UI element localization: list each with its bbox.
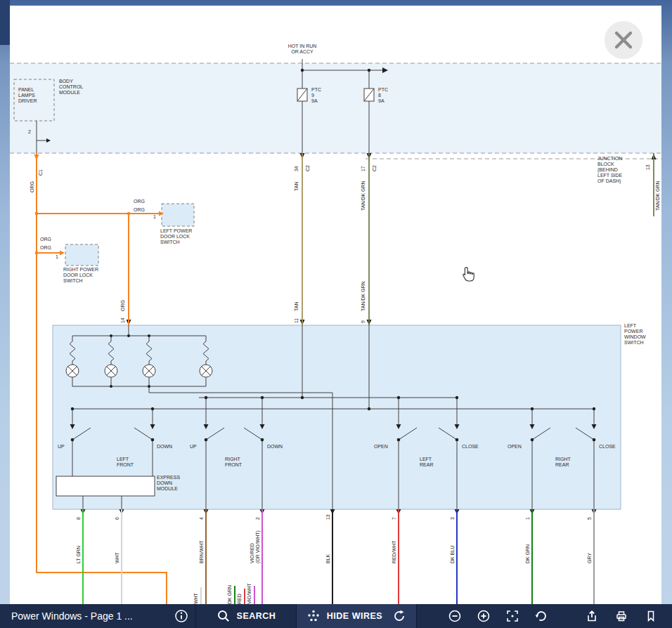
pin-label: 2 — [255, 517, 261, 520]
pin-label-9: 9 — [361, 320, 366, 323]
reset-view-icon — [534, 609, 548, 623]
window-switch-label: LEFT POWER WINDOW SWITCH — [624, 323, 646, 346]
wire-color-label: BLK — [325, 554, 331, 563]
wire-color-label: DK BLU — [450, 546, 455, 563]
wire-color-label: LT GRN — [76, 546, 82, 563]
rr-close-label: CLOSE — [599, 444, 616, 450]
bcm-label: BODY CONTROL MODULE — [59, 79, 83, 96]
org-label: ORG — [40, 237, 51, 242]
wires-icon — [306, 609, 321, 623]
info-button[interactable] — [174, 609, 188, 623]
rf-up-label: UP — [190, 444, 197, 450]
pin-label-34: 34 — [294, 166, 299, 171]
bottom-wires — [83, 509, 594, 604]
hide-wires-section: HIDE WIRES — [297, 604, 416, 628]
refresh-button[interactable] — [392, 609, 406, 623]
left-power-door-lock-switch-box — [162, 204, 194, 226]
pin-label-lock-left: 1 — [153, 214, 156, 220]
org-label-vertical: ORG — [30, 181, 35, 192]
wire-color-label: DK GRN — [525, 544, 531, 563]
hide-wires-button[interactable]: HIDE WIRES — [306, 609, 382, 623]
lf-down-label: DOWN — [157, 444, 172, 450]
hide-wires-label: HIDE WIRES — [327, 611, 382, 621]
info-icon — [174, 609, 188, 623]
close-button[interactable] — [605, 21, 642, 59]
pin-label: 8 — [76, 517, 82, 520]
pin-label: 1 — [525, 517, 531, 520]
search-icon — [217, 609, 231, 623]
pin-label: 6 — [115, 517, 120, 520]
connector-label-c1: C1 — [38, 169, 44, 176]
pin-label-17: 17 — [361, 166, 366, 171]
toolbar-title-section: Power Windows - Page 1 ... — [0, 604, 195, 628]
rr-name-label: RIGHT REAR — [555, 457, 571, 468]
tan-dk-grn-label: TAN/DK GRN — [655, 181, 661, 211]
zoom-controls — [417, 604, 548, 628]
pin-label-14: 14 — [120, 318, 126, 323]
lr-name-label: LEFT REAR — [420, 457, 433, 468]
org-markers — [34, 155, 164, 256]
print-button[interactable] — [614, 609, 628, 623]
print-icon — [614, 609, 628, 623]
export-icon — [585, 609, 599, 623]
pin-label-lock-right: 1 — [56, 254, 58, 260]
bookmark-icon — [644, 609, 658, 623]
express-down-module-box — [56, 476, 155, 496]
export-button[interactable] — [585, 609, 599, 623]
fit-screen-button[interactable] — [505, 609, 519, 623]
ptc-9-label: PTC 9 9A — [311, 87, 321, 104]
tan-label: TAN — [294, 182, 299, 191]
rr-open-label: OPEN — [508, 444, 522, 450]
zoom-in-icon — [477, 609, 491, 623]
wire-color-label: BRN/WHT — [199, 540, 205, 563]
lf-up-label: UP — [58, 444, 65, 450]
org-label-vertical: ORG — [120, 300, 126, 311]
right-door-lock-label: RIGHT POWER DOOR LOCK SWITCH — [63, 267, 98, 284]
cursor-hand-icon — [463, 268, 474, 281]
tan-dk-grn-label: TAN/DK GRN — [361, 181, 366, 211]
edge-wire-label: DK GRN — [227, 585, 233, 604]
org-label: ORG — [134, 207, 145, 213]
power-source-label: HOT IN RUN OR ACCY — [274, 44, 330, 55]
lr-open-label: OPEN — [374, 444, 388, 450]
zoom-out-icon — [448, 609, 462, 623]
zoom-out-button[interactable] — [448, 609, 462, 623]
search-button[interactable]: SEARCH — [196, 604, 296, 628]
pin-label: 7 — [392, 517, 397, 520]
ptc-8-label: PTC 8 9A — [378, 87, 388, 104]
background-blob — [0, 0, 10, 45]
page-background: HOT IN RUN OR ACCY BODY CONTROL MODULE P… — [0, 0, 672, 628]
edge-wire-label: WHT — [193, 593, 199, 604]
pin-label: 4 — [199, 517, 205, 520]
pin-label-11: 11 — [294, 318, 299, 323]
connector-label-c2: C2 — [305, 165, 311, 171]
org-label: ORG — [40, 245, 51, 251]
document-title: Power Windows - Page 1 ... — [11, 610, 133, 622]
tan-label: TAN — [294, 302, 299, 311]
lf-name-label: LEFT FRONT — [117, 457, 134, 468]
tan-dk-grn-label: TAN/DK GRN — [361, 281, 366, 311]
rf-name-label: RIGHT FRONT — [225, 457, 242, 468]
reset-view-button[interactable] — [534, 609, 548, 623]
pin-label: 3 — [450, 517, 455, 520]
wire-color-label: RED/WHT — [392, 540, 397, 563]
edge-wire-label: RED — [237, 594, 243, 604]
close-icon — [613, 30, 634, 51]
bcm-band — [10, 63, 661, 159]
right-power-door-lock-switch-box — [65, 244, 98, 266]
wire-color-label: VIO/RED (OR VIO/WHT) — [250, 530, 261, 563]
panel-lamps-driver-label: PANEL LAMPS DRIVER — [18, 87, 37, 104]
edge-wire-label: VIO/WHT — [247, 583, 252, 604]
pin-label: 13 — [325, 514, 331, 520]
zoom-in-button[interactable] — [477, 609, 491, 623]
diagram-canvas[interactable]: HOT IN RUN OR ACCY BODY CONTROL MODULE P… — [10, 6, 661, 604]
connector-label-c2: C2 — [372, 165, 377, 171]
express-down-module-label: EXPRESS DOWN MODULE — [157, 475, 180, 492]
search-button-label: SEARCH — [237, 611, 276, 621]
bookmark-button[interactable] — [644, 609, 658, 623]
wiring-diagram-svg — [10, 6, 661, 604]
wire-color-label: WHT — [115, 552, 120, 563]
lr-close-label: CLOSE — [462, 444, 479, 450]
org-label: ORG — [134, 199, 145, 204]
pin-label-13: 13 — [645, 164, 651, 170]
